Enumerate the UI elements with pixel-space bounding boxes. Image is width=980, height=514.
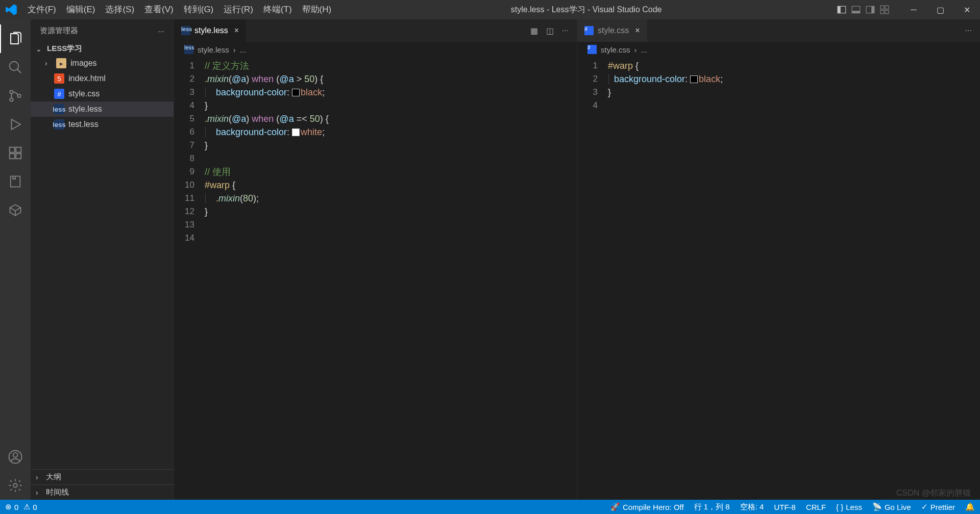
breadcrumb-sep: ›: [634, 45, 637, 54]
extensions-icon[interactable]: [0, 139, 31, 167]
chevron-right-icon: ›: [36, 473, 43, 481]
split-editor-icon[interactable]: ◫: [546, 26, 554, 36]
tab-filename: style.css: [598, 26, 629, 35]
line-gutter: 1234567891011121314: [174, 57, 205, 500]
layout-panel-bottom-icon[interactable]: [850, 4, 862, 15]
file-tree: ›▸images5index.html#style.csslessstyle.l…: [31, 56, 174, 132]
run-icon[interactable]: ▦: [530, 26, 538, 36]
status-indent[interactable]: 空格: 4: [740, 502, 764, 512]
tab-actions: ···: [965, 19, 980, 42]
status-bar: ⊗ 0 ⚠ 0 🚀 Compile Hero: Off 行 1，列 8 空格: …: [0, 500, 980, 514]
source-control-icon[interactable]: [0, 82, 31, 110]
menu-item[interactable]: 文件(F): [22, 0, 61, 19]
account-icon[interactable]: [0, 443, 31, 471]
breadcrumb[interactable]: lessstyle.less›...: [174, 42, 577, 57]
file-name: images: [70, 59, 97, 68]
activity-bar: [0, 19, 31, 500]
minimap[interactable]: [934, 57, 980, 500]
layout-panel-right-icon[interactable]: [865, 4, 876, 15]
status-bell-icon[interactable]: 🔔: [965, 502, 975, 511]
minimap[interactable]: [531, 57, 577, 500]
menu-item[interactable]: 查看(V): [139, 0, 179, 19]
search-icon[interactable]: [0, 53, 31, 82]
explorer-sidebar: 资源管理器 ··· ⌄ LESS学习 ›▸images5index.html#s…: [31, 19, 174, 500]
package-icon[interactable]: [0, 196, 31, 224]
file-tree-item[interactable]: 5index.html: [31, 71, 174, 86]
menu-item[interactable]: 转到(G): [179, 0, 219, 19]
code-editor[interactable]: 1234567891011121314// 定义方法.mixin(@a) whe…: [174, 57, 577, 500]
chevron-down-icon: ⌄: [36, 45, 43, 53]
project-name: LESS学习: [47, 44, 82, 54]
explorer-icon[interactable]: [0, 24, 31, 53]
folder-icon: ▸: [56, 58, 66, 68]
sidebar-more-icon[interactable]: ···: [158, 27, 164, 35]
editor-tab[interactable]: lessstyle.less×: [174, 19, 246, 42]
code-editor[interactable]: 1234#warp { background-color: black;}: [577, 57, 980, 500]
status-warnings[interactable]: ⚠ 0: [23, 502, 37, 511]
status-encoding[interactable]: UTF-8: [774, 503, 796, 511]
timeline-label: 时间线: [46, 487, 69, 497]
file-tree-item[interactable]: lesstest.less: [31, 117, 174, 132]
code-content[interactable]: // 定义方法.mixin(@a) when (@a > 50) { backg…: [205, 57, 577, 500]
svg-rect-5: [871, 6, 874, 13]
tab-filename: style.less: [194, 26, 228, 35]
maximize-button[interactable]: ▢: [927, 0, 953, 19]
breadcrumb-sep: ›: [233, 45, 236, 54]
close-icon[interactable]: ×: [234, 26, 239, 35]
editor-tabs: lessstyle.less×▦◫···: [174, 19, 577, 42]
file-tree-item[interactable]: ›▸images: [31, 56, 174, 71]
status-compile-hero[interactable]: 🚀 Compile Hero: Off: [610, 502, 684, 511]
project-root[interactable]: ⌄ LESS学习: [31, 42, 174, 56]
more-icon[interactable]: ···: [965, 26, 972, 35]
menu-item[interactable]: 终端(T): [258, 0, 297, 19]
editor-pane: lessstyle.less×▦◫···lessstyle.less›...12…: [174, 19, 577, 500]
close-icon[interactable]: ×: [635, 26, 640, 35]
project-manager-icon[interactable]: [0, 167, 31, 196]
html-file-icon: 5: [54, 73, 64, 84]
status-prettier[interactable]: ✓ Prettier: [921, 502, 955, 511]
status-language[interactable]: { } Less: [836, 503, 862, 511]
line-gutter: 1234: [577, 57, 608, 500]
minimize-button[interactable]: ─: [900, 0, 927, 19]
editor-pane: #style.css×···#style.css›...1234#warp { …: [577, 19, 980, 500]
file-tree-item[interactable]: #style.css: [31, 86, 174, 101]
svg-point-11: [10, 90, 13, 93]
breadcrumb[interactable]: #style.css›...: [577, 42, 980, 57]
status-golive[interactable]: 📡 Go Live: [872, 502, 911, 511]
watermark: CSDN @邻家的胖猫: [896, 488, 971, 499]
outline-section[interactable]: ›大纲: [31, 469, 174, 484]
layout-panel-left-icon[interactable]: [836, 4, 847, 15]
svg-rect-17: [16, 153, 21, 159]
menu-item[interactable]: 运行(R): [218, 0, 258, 19]
menu-item[interactable]: 帮助(H): [297, 0, 337, 19]
code-content[interactable]: #warp { background-color: black;}: [608, 57, 980, 500]
run-debug-icon[interactable]: [0, 110, 31, 139]
svg-rect-14: [10, 147, 15, 152]
svg-point-21: [13, 483, 17, 487]
breadcrumb-item: style.css: [601, 45, 630, 54]
close-button[interactable]: ✕: [953, 0, 980, 19]
settings-gear-icon[interactable]: [0, 471, 31, 500]
chevron-right-icon: ›: [45, 59, 52, 67]
breadcrumb-item: style.less: [198, 45, 229, 54]
svg-point-12: [10, 98, 13, 101]
file-name: style.less: [68, 105, 102, 114]
menu-item[interactable]: 编辑(E): [61, 0, 101, 19]
menu-item[interactable]: 选择(S): [100, 0, 139, 19]
file-tree-item[interactable]: lessstyle.less: [31, 101, 174, 117]
file-name: style.css: [68, 89, 100, 98]
editor-tab[interactable]: #style.css×: [577, 19, 647, 42]
status-errors[interactable]: ⊗ 0: [5, 502, 18, 511]
less-file-icon: less: [54, 119, 64, 130]
status-eol[interactable]: CRLF: [806, 503, 826, 511]
layout-controls: [836, 4, 890, 15]
svg-rect-1: [838, 6, 841, 13]
status-cursor-pos[interactable]: 行 1，列 8: [694, 502, 730, 512]
layout-customize-icon[interactable]: [879, 4, 890, 15]
title-bar: 文件(F)编辑(E)选择(S)查看(V)转到(G)运行(R)终端(T)帮助(H)…: [0, 0, 980, 19]
menu-bar: 文件(F)编辑(E)选择(S)查看(V)转到(G)运行(R)终端(T)帮助(H): [22, 0, 336, 19]
more-icon[interactable]: ···: [562, 26, 569, 35]
timeline-section[interactable]: ›时间线: [31, 484, 174, 500]
file-name: test.less: [68, 120, 99, 129]
svg-rect-15: [16, 147, 21, 152]
